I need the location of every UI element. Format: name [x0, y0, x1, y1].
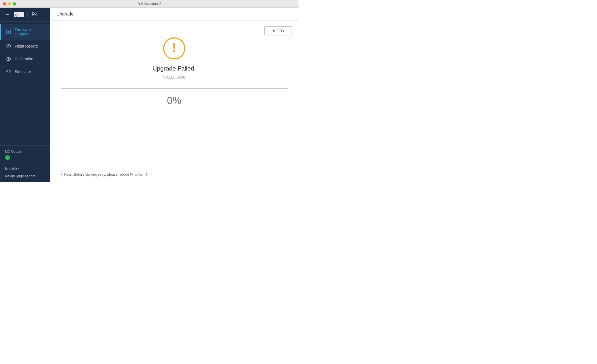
language-selector[interactable]: English ▾ — [0, 164, 50, 173]
language-label: English — [5, 166, 17, 170]
dji-logo-icon: dji — [14, 12, 24, 17]
version-text: V01.00.0288 — [163, 75, 185, 79]
mc-status-icon: ✓ — [5, 155, 10, 160]
flight-record-icon — [6, 43, 11, 49]
warning-icon-wrap: ! — [163, 37, 185, 59]
note-section: • Note: Before clicking retry, please re… — [61, 172, 288, 176]
sidebar-item-firmware-upgrade[interactable]: Firmware Upgrade — [0, 24, 50, 40]
model-label: P4 — [32, 12, 38, 17]
flight-record-label: Flight Record — [15, 44, 38, 48]
warning-exclaim-icon: ! — [172, 42, 176, 54]
svg-text:dji: dji — [14, 13, 18, 17]
back-button[interactable]: ← — [5, 12, 10, 17]
sidebar-logo: ← dji | P4 — [0, 8, 50, 22]
note-text: • Note: Before clicking retry, please re… — [61, 172, 288, 176]
sidebar-item-calibration[interactable]: Calibration — [0, 53, 50, 65]
calibration-label: Calibration — [15, 57, 33, 61]
sidebar: ← dji | P4 Firmware Upgrade — [0, 8, 50, 182]
simulator-icon — [6, 69, 11, 74]
minimize-button[interactable] — [8, 2, 11, 6]
note-content: Note: Before clicking retry, please rebo… — [64, 172, 148, 176]
close-button[interactable] — [3, 2, 6, 6]
sidebar-item-flight-record[interactable]: Flight Record — [0, 40, 50, 53]
app-body: ← dji | P4 Firmware Upgrade — [0, 8, 298, 182]
title-bar: DJI Assistant 2 — [0, 0, 298, 8]
svg-point-5 — [8, 58, 9, 59]
simulator-label: Simulator — [15, 69, 31, 74]
sidebar-mc-output: MC Output ✓ — [0, 145, 50, 164]
firmware-upgrade-icon — [6, 29, 11, 35]
sidebar-item-simulator[interactable]: Simulator — [0, 65, 50, 78]
bullet-icon: • — [61, 172, 62, 176]
sidebar-nav: Firmware Upgrade Flight Record — [0, 22, 50, 145]
main-content: Upgrade RETRY ! Upgrade Failed. V01.00.0… — [50, 8, 298, 182]
user-email: alexqd3@gmail.com — [5, 174, 35, 178]
page-title: Upgrade — [56, 12, 73, 17]
calibration-icon — [6, 56, 11, 62]
retry-button-wrap: RETRY — [264, 26, 292, 35]
main-body: RETRY ! Upgrade Failed. V01.00.0288 0% — [50, 21, 298, 182]
language-dropdown-arrow: ▾ — [18, 167, 19, 170]
firmware-upgrade-label: Firmware Upgrade — [15, 27, 45, 36]
mc-status: ✓ — [5, 155, 45, 160]
warning-circle: ! — [163, 37, 185, 59]
main-header: Upgrade — [50, 8, 298, 21]
upgrade-status-text: Upgrade Failed. — [153, 65, 196, 72]
user-dropdown-arrow: ▾ — [36, 175, 38, 178]
window-controls[interactable] — [3, 2, 16, 6]
progress-bar-container — [61, 88, 288, 89]
progress-percent-text: 0% — [167, 95, 181, 106]
mc-output-label: MC Output — [5, 150, 45, 154]
window-title: DJI Assistant 2 — [137, 2, 161, 6]
maximize-button[interactable] — [13, 2, 16, 6]
retry-button[interactable]: RETRY — [264, 26, 292, 35]
user-selector[interactable]: alexqd3@gmail.com ▾ — [0, 173, 50, 182]
